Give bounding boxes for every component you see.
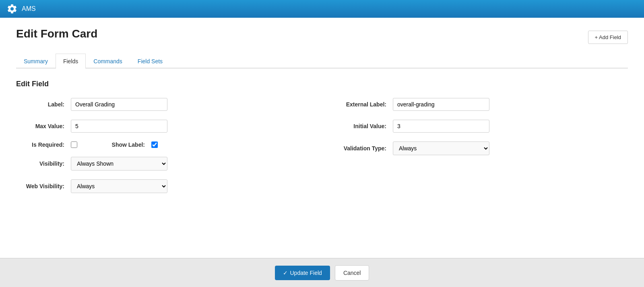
is-required-label: Is Required: [16,141,64,148]
update-field-label: Update Field [290,270,322,276]
is-required-checkbox-wrapper [71,141,77,148]
form-grid: Label: Max Value: Is Required: Show Labe… [16,98,628,202]
max-value-label: Max Value: [16,123,64,129]
gear-icon [6,3,18,15]
page-title: Edit Form Card [16,27,97,40]
is-required-checkbox[interactable] [71,141,77,148]
update-field-button[interactable]: ✓ Update Field [275,266,330,280]
external-label-label: External Label: [338,101,386,108]
web-visibility-label: Web Visibility: [16,183,64,189]
validation-type-label: Validation Type: [338,145,386,152]
tab-field-sets[interactable]: Field Sets [130,54,170,69]
app-title: AMS [22,5,36,12]
label-field-label: Label: [16,101,64,108]
label-row: Label: [16,98,306,111]
initial-value-label: Initial Value: [338,123,386,129]
form-right-col: External Label: Initial Value: Validatio… [338,98,628,202]
label-input[interactable] [71,98,167,111]
web-visibility-row: Web Visibility: Always Never Conditional [16,179,306,193]
edit-field-section: Edit Field Label: Max Value: Is Required… [16,80,628,202]
tab-fields[interactable]: Fields [56,54,86,69]
tab-summary[interactable]: Summary [16,54,56,69]
checkmark-icon: ✓ [283,270,288,276]
tab-nav: Summary Fields Commands Field Sets [16,54,628,69]
page-footer: ✓ Update Field Cancel [0,258,644,287]
page-header: Edit Form Card + Add Field [16,27,628,44]
app-header: AMS [0,0,644,18]
visibility-row: Visibility: Always Shown Always Hidden C… [16,157,306,171]
web-visibility-select[interactable]: Always Never Conditional [71,179,167,193]
main-content: Edit Form Card + Add Field Summary Field… [0,18,644,287]
section-title: Edit Field [16,80,628,88]
initial-value-row: Initial Value: [338,120,628,133]
form-left-col: Label: Max Value: Is Required: Show Labe… [16,98,306,202]
add-field-button[interactable]: + Add Field [588,31,628,44]
show-label-label: Show Label: [97,141,145,148]
show-label-checkbox-wrapper [151,141,158,148]
initial-value-input[interactable] [393,120,489,133]
external-label-input[interactable] [393,98,489,111]
max-value-row: Max Value: [16,120,306,133]
visibility-label: Visibility: [16,160,64,167]
tab-commands[interactable]: Commands [86,54,130,69]
cancel-button[interactable]: Cancel [335,265,369,281]
validation-type-select[interactable]: Always Never Conditional [393,141,489,155]
external-label-row: External Label: [338,98,628,111]
is-required-show-label-row: Is Required: Show Label: [16,141,306,148]
visibility-select[interactable]: Always Shown Always Hidden Conditional [71,157,167,171]
validation-type-row: Validation Type: Always Never Conditiona… [338,141,628,155]
max-value-input[interactable] [71,120,167,133]
show-label-checkbox[interactable] [151,141,158,148]
